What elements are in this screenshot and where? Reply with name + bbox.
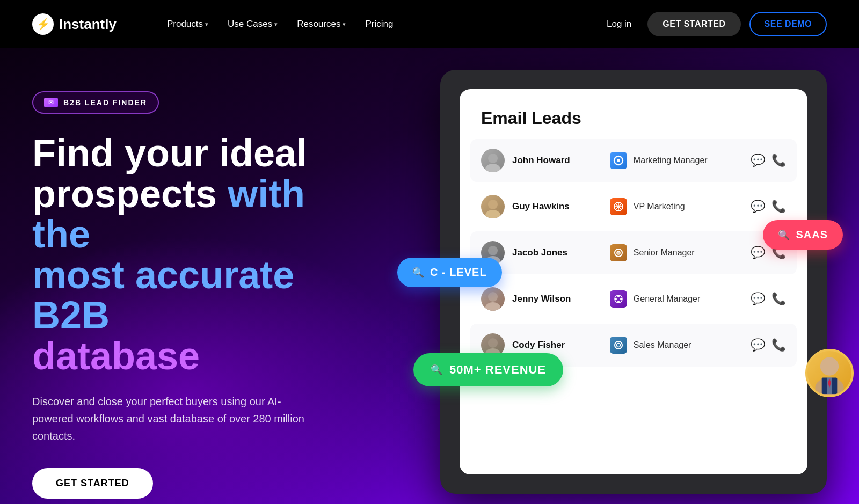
company-logo-icon — [610, 337, 627, 354]
avatar — [481, 287, 505, 311]
lead-name: Cody Fisher — [512, 340, 610, 350]
lead-actions: 💬 📞 — [751, 292, 786, 306]
phone-icon: 📞 — [771, 154, 786, 167]
company-icon — [610, 152, 627, 169]
lead-actions: 💬 📞 — [751, 154, 786, 167]
lead-role: VP Marketing — [634, 202, 751, 211]
nav-item-pricing[interactable]: Pricing — [358, 14, 401, 34]
svg-point-0 — [488, 154, 498, 163]
logo-text: Instantly — [59, 16, 117, 33]
nav-item-products[interactable]: Products ▾ — [159, 14, 216, 34]
lead-actions: 💬 📞 — [751, 200, 786, 214]
company-logo-icon — [610, 198, 627, 215]
company-logo-icon — [610, 152, 627, 169]
see-demo-button[interactable]: SEE DEMO — [749, 12, 827, 36]
logo[interactable]: ⚡ Instantly — [32, 13, 117, 35]
table-row: Jacob Jones Senior Manager 💬 — [470, 231, 797, 274]
pill-revenue: 🔍 50M+ REVENUE — [413, 353, 563, 386]
phone-icon: 📞 — [771, 338, 786, 352]
lead-name: Jenny Wilson — [512, 294, 610, 304]
search-icon: 🔍 — [412, 267, 425, 279]
company-logo-icon — [610, 290, 627, 308]
search-icon: 🔍 — [778, 229, 790, 241]
company-icon — [610, 290, 627, 308]
table-row: Jenny Wilson General Manage — [470, 277, 797, 320]
chat-icon: 💬 — [751, 200, 765, 214]
pill-saas: 🔍 SAAS — [763, 220, 843, 250]
svg-point-1 — [485, 164, 500, 172]
company-icon — [610, 244, 627, 261]
login-link[interactable]: Log in — [599, 14, 639, 34]
svg-point-26 — [820, 357, 839, 375]
email-leads-card: Email Leads John Howard Marketing Manage… — [440, 70, 827, 494]
lead-name: John Howard — [512, 155, 610, 166]
company-icon — [610, 337, 627, 354]
chevron-down-icon: ▾ — [205, 21, 208, 28]
pill-c-level: 🔍 C - LEVEL — [397, 258, 502, 287]
svg-point-3 — [617, 159, 620, 162]
hero-cta-button[interactable]: GET STARTED — [32, 468, 153, 499]
chat-icon: 💬 — [751, 154, 765, 167]
svg-point-4 — [488, 200, 498, 209]
lead-role: Marketing Manager — [634, 156, 751, 165]
nav-item-use-cases[interactable]: Use Cases ▾ — [220, 14, 285, 34]
svg-point-16 — [485, 302, 500, 311]
hero-section: ✉ B2B LEAD FINDER Find your ideal prospe… — [0, 48, 859, 504]
hero-subtext: Discover and close your perfect buyers u… — [32, 393, 311, 444]
chevron-down-icon: ▾ — [274, 21, 278, 28]
avatar — [481, 195, 505, 218]
badge: ✉ B2B LEAD FINDER — [32, 91, 159, 114]
company-logo-icon — [610, 244, 627, 261]
chat-icon: 💬 — [751, 246, 765, 260]
svg-point-24 — [615, 341, 622, 349]
nav-actions: Log in GET STARTED SEE DEMO — [599, 12, 827, 36]
svg-point-20 — [615, 298, 617, 300]
lead-name: Jacob Jones — [512, 247, 610, 258]
chat-icon: 💬 — [751, 292, 765, 306]
search-icon: 🔍 — [431, 364, 443, 376]
get-started-button[interactable]: GET STARTED — [647, 12, 740, 36]
badge-text: B2B LEAD FINDER — [63, 98, 147, 107]
floating-avatar-portrait — [805, 349, 854, 397]
hero-content: ✉ B2B LEAD FINDER Find your ideal prospe… — [32, 91, 365, 499]
svg-point-18 — [617, 295, 620, 297]
nav-item-resources[interactable]: Resources ▾ — [289, 14, 353, 34]
hero-heading: Find your ideal prospects with the most … — [32, 133, 365, 377]
svg-point-19 — [617, 301, 620, 303]
lead-actions: 💬 📞 — [751, 338, 786, 352]
avatar — [481, 149, 505, 172]
chat-icon: 💬 — [751, 338, 765, 352]
svg-point-5 — [485, 210, 500, 218]
svg-point-21 — [620, 298, 622, 300]
pill-saas-text: SAAS — [796, 229, 828, 241]
leads-list: John Howard Marketing Manager 💬 📞 — [460, 139, 807, 367]
svg-point-11 — [488, 246, 498, 255]
card-inner: Email Leads John Howard Marketing Manage… — [460, 89, 807, 474]
navbar: ⚡ Instantly Products ▾ Use Cases ▾ Resou… — [0, 0, 859, 48]
lead-role: General Manager — [634, 294, 751, 304]
svg-point-22 — [488, 338, 498, 348]
svg-point-15 — [488, 292, 498, 302]
company-icon — [610, 198, 627, 215]
pill-c-level-text: C - LEVEL — [430, 266, 487, 279]
lead-role: Sales Manager — [634, 340, 751, 350]
pill-revenue-text: 50M+ REVENUE — [449, 363, 546, 377]
nav-links: Products ▾ Use Cases ▾ Resources ▾ Prici… — [159, 14, 599, 34]
svg-point-25 — [616, 344, 620, 347]
chevron-down-icon: ▾ — [343, 21, 346, 28]
logo-icon: ⚡ — [32, 13, 54, 35]
lead-name: Guy Hawkins — [512, 201, 610, 212]
phone-icon: 📞 — [771, 200, 786, 214]
table-row: Guy Hawkins VP Marketing — [470, 185, 797, 228]
card-title: Email Leads — [460, 89, 807, 139]
mail-icon: ✉ — [44, 98, 58, 107]
table-row: John Howard Marketing Manager 💬 📞 — [470, 139, 797, 182]
phone-icon: 📞 — [771, 292, 786, 306]
lead-role: Senior Manager — [634, 248, 751, 258]
